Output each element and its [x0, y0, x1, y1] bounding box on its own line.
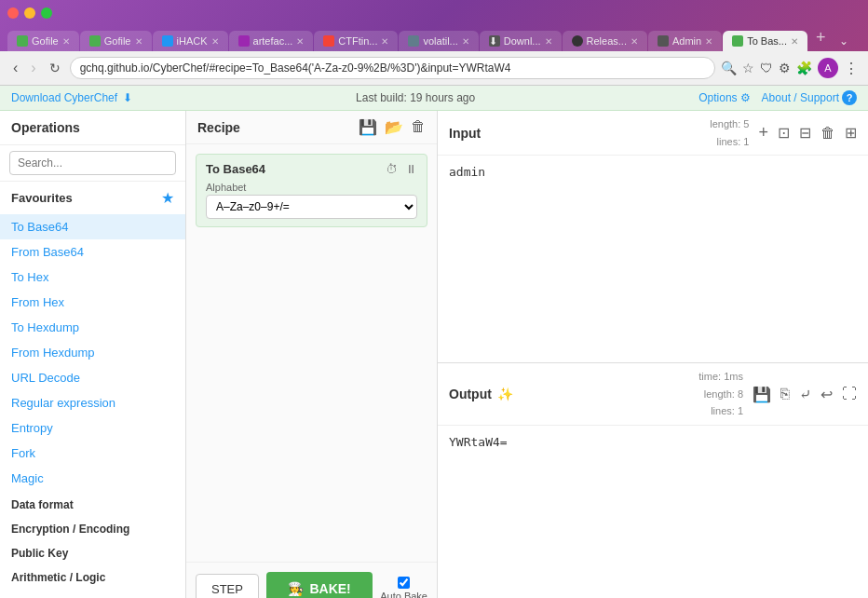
sidebar-item-from-hexdump[interactable]: From Hexdump: [0, 340, 185, 365]
extensions-icon[interactable]: 🧩: [796, 61, 812, 75]
open-recipe-icon[interactable]: 📂: [385, 118, 403, 136]
tab-gofile1[interactable]: Gofile ✕: [7, 31, 79, 51]
tab-releas[interactable]: Releas... ✕: [563, 31, 647, 51]
sidebar-item-to-hex[interactable]: To Hex: [0, 265, 185, 290]
tab-label: To Bas...: [747, 35, 787, 47]
recipe-alphabet-select[interactable]: A–Za–z0–9+/= Standard URL Safe: [206, 195, 417, 219]
bake-label: BAKE!: [309, 581, 350, 596]
sidebar-favourites[interactable]: Favourites ★: [0, 182, 185, 214]
browser-window: Gofile ✕ Gofile ✕ iHACK ✕ artefac... ✕ C…: [0, 0, 868, 598]
tab-artefac[interactable]: artefac... ✕: [229, 31, 314, 51]
reload-button[interactable]: ↻: [46, 59, 64, 77]
recipe-item-to-base64: To Base64 ⏱ ⏸ Alphabet A–Za–z0–9+/= Stan…: [196, 154, 427, 227]
options-button[interactable]: Options ⚙: [698, 91, 750, 104]
save-recipe-icon[interactable]: 💾: [359, 118, 377, 136]
back-button[interactable]: ‹: [9, 58, 21, 78]
output-save-button[interactable]: 💾: [753, 386, 771, 403]
tab-close-icon[interactable]: ✕: [211, 36, 219, 47]
bake-button[interactable]: 🧑‍🍳 BAKE!: [266, 572, 373, 598]
tab-close-icon[interactable]: ✕: [462, 36, 469, 47]
input-length: 5: [743, 118, 749, 129]
tab-volatil[interactable]: volatil... ✕: [399, 31, 478, 51]
sidebar: Operations Favourites ★ To Base64 From B…: [0, 111, 186, 598]
sidebar-item-from-base64[interactable]: From Base64: [0, 239, 185, 265]
auto-bake-label: Auto Bake: [380, 591, 427, 599]
sidebar-item-regex[interactable]: Regular expression: [0, 390, 185, 415]
download-icon[interactable]: ⬇: [123, 91, 132, 104]
maximize-button[interactable]: [41, 7, 52, 19]
output-replace-button[interactable]: ⤶: [799, 386, 811, 403]
tab-close-icon[interactable]: ✕: [705, 36, 712, 47]
auto-bake-checkbox[interactable]: [398, 577, 410, 589]
tab-close-icon[interactable]: ✕: [62, 36, 70, 47]
bookmark-icon[interactable]: ☆: [742, 61, 754, 75]
tab-label: Downl...: [504, 35, 541, 47]
sidebar-item-entropy[interactable]: Entropy: [0, 415, 185, 441]
menu-icon[interactable]: ⋮: [844, 60, 859, 77]
auto-bake-container: Auto Bake: [380, 577, 427, 599]
lines-label: lines:: [717, 136, 744, 147]
tab-overflow-button[interactable]: ⌄: [834, 31, 854, 51]
sidebar-section-public-key[interactable]: Public Key: [0, 539, 185, 564]
input-file-button[interactable]: ⊡: [778, 124, 790, 142]
sidebar-item-magic[interactable]: Magic: [0, 466, 185, 491]
search-input[interactable]: [9, 151, 176, 175]
minimize-button[interactable]: [24, 7, 35, 19]
tab-downl[interactable]: ⬇ Downl... ✕: [480, 31, 562, 51]
output-undo-button[interactable]: ↩: [821, 386, 833, 403]
tab-favicon: ⬇: [489, 35, 500, 47]
recipe-field-label: Alphabet: [206, 182, 417, 193]
bake-icon: 🧑‍🍳: [288, 581, 304, 596]
sidebar-section-data-format[interactable]: Data format: [0, 491, 185, 515]
input-text: admin: [449, 165, 485, 179]
recipe-field: Alphabet A–Za–z0–9+/= Standard URL Safe: [206, 182, 417, 219]
about-support-button[interactable]: About / Support ?: [762, 90, 857, 105]
output-copy-button[interactable]: ⎘: [780, 386, 790, 402]
recipe-item-pause-icon[interactable]: ⏸: [405, 162, 417, 176]
sidebar-item-from-hex[interactable]: From Hex: [0, 290, 185, 315]
tab-label: volatil...: [423, 35, 457, 47]
forward-button[interactable]: ›: [27, 58, 39, 78]
input-split-button[interactable]: ⊟: [799, 124, 811, 142]
tab-close-icon[interactable]: ✕: [135, 36, 142, 47]
tab-admin[interactable]: Admin ✕: [648, 31, 722, 51]
io-area: Input length: 5 lines: 1 + ⊡ ⊟ 🗑 ⊞: [438, 111, 868, 598]
input-grid-button[interactable]: ⊞: [845, 124, 857, 142]
sidebar-item-to-hexdump[interactable]: To Hexdump: [0, 315, 185, 340]
sidebar-item-fork[interactable]: Fork: [0, 441, 185, 466]
tab-close-icon[interactable]: ✕: [631, 36, 638, 47]
sidebar-section-encryption[interactable]: Encryption / Encoding: [0, 515, 185, 539]
app-toolbar: Download CyberChef ⬇ Last build: 19 hour…: [0, 86, 868, 111]
download-link[interactable]: Download CyberChef: [11, 91, 117, 104]
tab-close-icon[interactable]: ✕: [545, 36, 552, 47]
tab-close-icon[interactable]: ✕: [381, 36, 388, 47]
tab-favicon: [572, 35, 583, 47]
tab-tobas[interactable]: To Bas... ✕: [723, 31, 807, 51]
sidebar-item-to-base64[interactable]: To Base64: [0, 214, 185, 239]
help-icon: ?: [842, 90, 857, 105]
sidebar-section-arithmetic[interactable]: Arithmetic / Logic: [0, 564, 185, 588]
input-content[interactable]: admin: [438, 156, 868, 362]
tab-gofile2[interactable]: Gofile ✕: [80, 31, 152, 51]
close-button[interactable]: [7, 7, 19, 19]
tab-ctftin[interactable]: CTFtin... ✕: [314, 31, 398, 51]
output-text: YWRtaW4=: [449, 435, 508, 449]
output-lines: 1: [738, 405, 743, 416]
tab-close-icon[interactable]: ✕: [791, 36, 798, 47]
recipe-panel: Recipe 💾 📂 🗑 To Base64 ⏱ ⏸: [186, 111, 438, 598]
step-button[interactable]: STEP: [196, 574, 259, 599]
tab-ihack[interactable]: iHACK ✕: [153, 31, 228, 51]
clear-recipe-icon[interactable]: 🗑: [411, 118, 426, 136]
settings-icon[interactable]: ⚙: [779, 61, 791, 75]
tab-bar-container: Gofile ✕ Gofile ✕ iHACK ✕ artefac... ✕ C…: [0, 0, 868, 51]
input-add-button[interactable]: +: [758, 123, 768, 143]
profile-icon[interactable]: A: [818, 58, 838, 78]
sidebar-item-url-decode[interactable]: URL Decode: [0, 365, 185, 390]
url-input[interactable]: [70, 57, 715, 79]
input-clear-button[interactable]: 🗑: [821, 125, 835, 142]
new-tab-button[interactable]: +: [808, 24, 834, 51]
output-expand-button[interactable]: ⛶: [842, 386, 857, 402]
tab-close-icon[interactable]: ✕: [296, 36, 304, 47]
traffic-lights: [7, 7, 52, 19]
wand-icon[interactable]: ✨: [497, 387, 513, 401]
